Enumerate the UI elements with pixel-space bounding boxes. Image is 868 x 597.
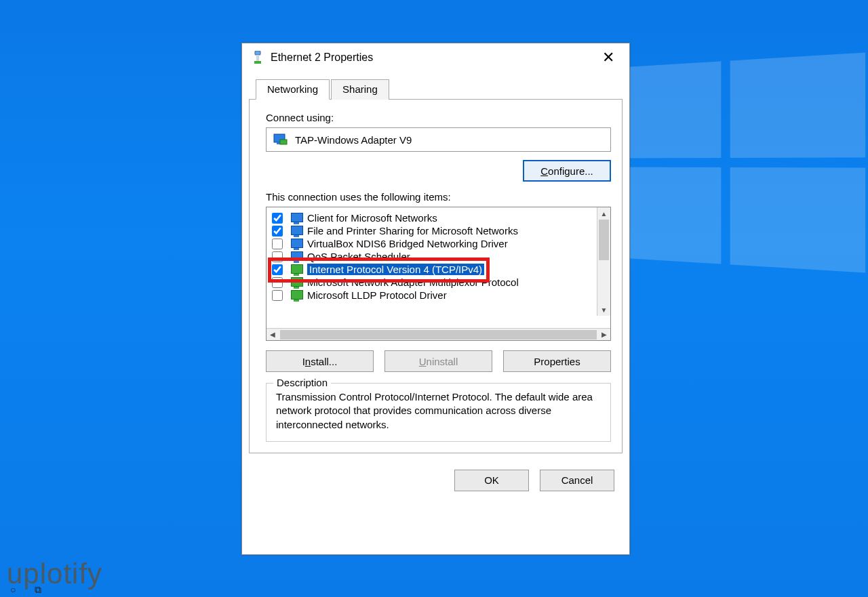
list-item[interactable]: QoS Packet Scheduler [269, 250, 608, 263]
tab-body-networking: Connect using: TAP-Windows Adapter V9 Co… [249, 100, 623, 453]
list-item[interactable]: Microsoft LLDP Protocol Driver [269, 289, 608, 302]
tab-sharing[interactable]: Sharing [331, 79, 389, 100]
list-item-checkbox[interactable] [272, 251, 283, 262]
ethernet-icon [252, 51, 264, 64]
dialog-footer: OK Cancel [242, 460, 629, 503]
list-item-label: File and Printer Sharing for Microsoft N… [307, 225, 518, 236]
hscroll-track[interactable] [280, 330, 597, 339]
list-item-checkbox[interactable] [272, 290, 283, 301]
list-item[interactable]: VirtualBox NDIS6 Bridged Networking Driv… [269, 237, 608, 250]
ok-button[interactable]: OK [454, 470, 529, 491]
horizontal-scrollbar[interactable]: ◀ ▶ [267, 328, 610, 340]
network-component-icon [290, 213, 303, 224]
adapter-name: TAP-Windows Adapter V9 [295, 134, 412, 146]
windows-logo-background [606, 52, 865, 272]
list-item[interactable]: Client for Microsoft Networks [269, 211, 608, 224]
cancel-button[interactable]: Cancel [540, 470, 614, 491]
uninstall-button: Uninstall [384, 350, 492, 372]
cortana-icon: ○ [10, 584, 16, 596]
list-item-label: Internet Protocol Version 4 (TCP/IPv4) [307, 264, 484, 275]
connection-items-list[interactable]: Client for Microsoft NetworksFile and Pr… [266, 207, 611, 341]
tab-networking[interactable]: Networking [256, 79, 330, 100]
taskbar-icons: ○ ⧉ [10, 584, 41, 596]
network-component-icon [290, 290, 303, 301]
list-item[interactable]: Microsoft Network Adapter Multiplexor Pr… [269, 276, 608, 289]
scroll-down-arrow-icon[interactable]: ▼ [597, 304, 610, 316]
svg-rect-2 [254, 61, 261, 64]
vertical-scrollbar[interactable]: ▲ ▼ [597, 207, 610, 316]
description-legend: Description [273, 377, 331, 388]
list-item-checkbox[interactable] [272, 239, 283, 249]
list-item-label: Client for Microsoft Networks [307, 212, 437, 224]
network-component-icon [290, 277, 303, 288]
list-item[interactable]: File and Printer Sharing for Microsoft N… [269, 224, 608, 237]
scroll-left-arrow-icon[interactable]: ◀ [267, 331, 279, 338]
svg-rect-0 [255, 51, 260, 55]
dialog-titlebar: Ethernet 2 Properties ✕ [242, 43, 629, 72]
list-item-label: Microsoft LLDP Protocol Driver [307, 289, 447, 301]
network-component-icon [290, 264, 303, 275]
network-component-icon [290, 251, 303, 262]
svg-rect-1 [256, 55, 259, 61]
list-item-checkbox[interactable] [272, 277, 283, 288]
description-text: Transmission Control Protocol/Internet P… [276, 390, 601, 432]
list-item[interactable]: Internet Protocol Version 4 (TCP/IPv4) [269, 263, 608, 276]
list-item-label: QoS Packet Scheduler [307, 251, 410, 262]
scrollbar-thumb[interactable] [599, 220, 609, 260]
scroll-right-arrow-icon[interactable]: ▶ [598, 331, 610, 338]
scroll-up-arrow-icon[interactable]: ▲ [597, 207, 610, 220]
connection-items-label: This connection uses the following items… [266, 191, 611, 203]
list-item-label: VirtualBox NDIS6 Bridged Networking Driv… [307, 238, 508, 249]
connect-using-label: Connect using: [266, 112, 611, 123]
list-item-checkbox[interactable] [272, 226, 283, 236]
dialog-title: Ethernet 2 Properties [271, 52, 597, 64]
list-item-checkbox[interactable] [272, 213, 283, 224]
adapter-icon [273, 133, 288, 146]
network-component-icon [290, 226, 303, 236]
ethernet-properties-dialog: Ethernet 2 Properties ✕ Networking Shari… [241, 43, 630, 555]
description-fieldset: Description Transmission Control Protoco… [266, 383, 611, 442]
list-item-checkbox[interactable] [272, 264, 283, 275]
network-component-icon [290, 239, 303, 249]
properties-button[interactable]: Properties [503, 350, 611, 372]
configure-button[interactable]: Configure... [523, 160, 611, 182]
taskview-icon: ⧉ [35, 584, 41, 596]
list-item-label: Microsoft Network Adapter Multiplexor Pr… [307, 276, 519, 288]
adapter-box[interactable]: TAP-Windows Adapter V9 [266, 127, 611, 152]
svg-rect-5 [280, 140, 287, 144]
install-button[interactable]: Install... [266, 350, 374, 372]
tab-row: Networking Sharing [249, 79, 623, 100]
close-button[interactable]: ✕ [597, 49, 620, 66]
